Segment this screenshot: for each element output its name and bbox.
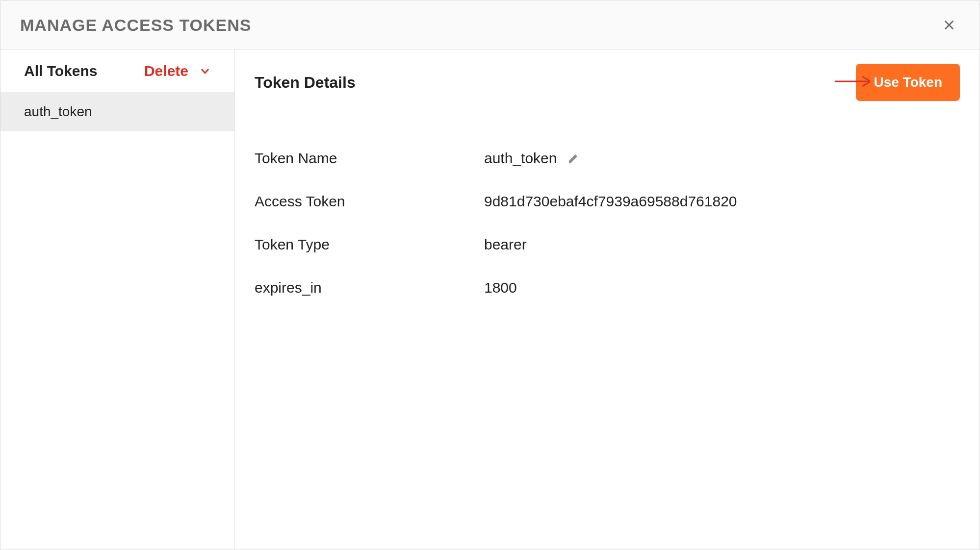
- detail-value: 9d81d730ebaf4cf7939a69588d761820: [484, 193, 737, 210]
- details-title: Token Details: [255, 74, 356, 92]
- close-button[interactable]: [938, 14, 960, 36]
- detail-row-access-token: Access Token 9d81d730ebaf4cf7939a69588d7…: [255, 193, 960, 210]
- detail-row-expires-in: expires_in 1800: [255, 279, 960, 296]
- modal-header: MANAGE ACCESS TOKENS: [0, 0, 980, 50]
- access-token-value: 9d81d730ebaf4cf7939a69588d761820: [484, 193, 737, 210]
- sidebar: All Tokens Delete auth_token: [0, 50, 235, 550]
- all-tokens-label: All Tokens: [24, 63, 97, 79]
- token-list-item[interactable]: auth_token: [0, 92, 234, 131]
- detail-label: Token Name: [255, 150, 484, 167]
- detail-value: auth_token: [484, 150, 579, 167]
- modal-title: MANAGE ACCESS TOKENS: [20, 16, 252, 35]
- detail-label: Token Type: [255, 236, 484, 253]
- detail-label: expires_in: [255, 279, 484, 296]
- modal-body: All Tokens Delete auth_token Token Detai…: [0, 50, 980, 550]
- detail-value: 1800: [484, 279, 517, 296]
- token-type-value: bearer: [484, 236, 527, 253]
- token-name-value: auth_token: [484, 150, 557, 167]
- expires-in-value: 1800: [484, 279, 517, 296]
- detail-rows: Token Name auth_token Access Token 9d81d…: [255, 150, 960, 296]
- chevron-down-icon: [199, 65, 211, 77]
- token-list: auth_token: [0, 92, 234, 131]
- detail-row-token-name: Token Name auth_token: [255, 150, 960, 167]
- arrow-right-icon: [834, 75, 874, 87]
- detail-label: Access Token: [255, 193, 484, 210]
- detail-value: bearer: [484, 236, 527, 253]
- arrow-annotation: [834, 75, 874, 89]
- delete-label: Delete: [144, 63, 188, 79]
- details-panel: Token Details Use Token Token Name auth_…: [235, 50, 980, 550]
- pencil-icon[interactable]: [567, 152, 579, 164]
- delete-dropdown[interactable]: Delete: [144, 63, 211, 79]
- sidebar-header: All Tokens Delete: [0, 50, 234, 92]
- detail-row-token-type: Token Type bearer: [255, 236, 960, 253]
- close-icon: [942, 18, 956, 32]
- manage-tokens-modal: MANAGE ACCESS TOKENS All Tokens Delete a…: [0, 0, 980, 550]
